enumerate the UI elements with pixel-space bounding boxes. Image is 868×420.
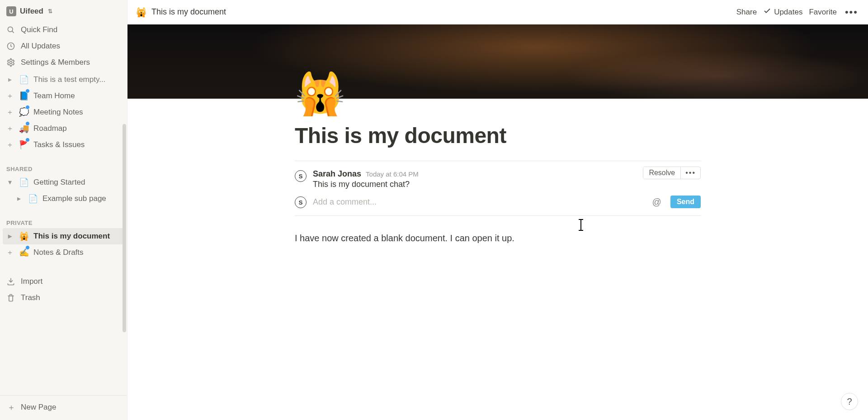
add-page-icon[interactable]: ＋ [5, 138, 14, 151]
nav-import[interactable]: Import [3, 273, 124, 290]
breadcrumb[interactable]: 🙀 This is my document [136, 7, 226, 18]
page-label: This is a test empty... [33, 73, 121, 86]
more-button[interactable]: ••• [843, 6, 860, 18]
chevron-down-icon[interactable]: ▾ [5, 176, 14, 189]
svg-point-0 [8, 27, 13, 32]
chevron-right-icon[interactable]: ▸ [5, 73, 14, 86]
resolve-button[interactable]: Resolve [643, 167, 680, 179]
main: 🙀 This is my document Share Updates Favo… [127, 0, 868, 420]
page-icon: 📄 [19, 176, 29, 189]
chevron-updown-icon: ⇅ [48, 8, 52, 14]
add-page-icon[interactable]: ＋ [5, 90, 14, 102]
page-label: Roadmap [33, 122, 121, 135]
comment-thread: Resolve ••• S Sarah Jonas Today at 6:04 … [295, 161, 701, 216]
page-icon: 🚩 [19, 138, 29, 151]
nav-all-updates[interactable]: All Updates [3, 38, 124, 54]
nav-new-page[interactable]: ＋ New Page [3, 399, 124, 415]
import-icon [6, 277, 16, 286]
svg-line-1 [12, 31, 14, 33]
nav-new-page-label: New Page [21, 401, 56, 414]
comment-time: Today at 6:04 PM [366, 170, 419, 178]
page-item-example-sub-page[interactable]: ▸ 📄 Example sub page [3, 191, 124, 207]
avatar: S [295, 170, 307, 182]
favorite-label: Favorite [809, 8, 836, 17]
page-label: Tasks & Issues [33, 138, 121, 151]
page-icon: ✍️ [19, 246, 29, 259]
page-icon: 📄 [28, 192, 38, 205]
page-item-roadmap[interactable]: ＋ 🚚 Roadmap [3, 120, 124, 137]
text-caret-icon [580, 219, 581, 231]
send-button[interactable]: Send [670, 196, 701, 208]
gear-icon [6, 58, 16, 67]
page-cover[interactable] [127, 24, 868, 99]
section-shared-label: SHARED [0, 158, 127, 174]
nav-settings-members[interactable]: Settings & Members [3, 54, 124, 71]
plus-icon: ＋ [6, 401, 16, 414]
sidebar: U Uifeed ⇅ Quick Find All Updates [0, 0, 127, 420]
add-page-icon[interactable]: ＋ [5, 106, 14, 119]
chevron-right-icon[interactable]: ▸ [14, 192, 24, 205]
breadcrumb-title: This is my document [151, 7, 226, 17]
comment-input[interactable] [313, 197, 643, 207]
page-item-team-home[interactable]: ＋ 📘 Team Home [3, 88, 124, 104]
svg-point-3 [9, 61, 12, 63]
clock-icon [6, 42, 16, 51]
page-item-test-empty[interactable]: ▸ 📄 This is a test empty... [3, 72, 124, 88]
document-body[interactable]: I have now created a blank document. I c… [295, 231, 701, 245]
page-icon: 📄 [19, 73, 29, 86]
page-item-getting-started[interactable]: ▾ 📄 Getting Started [3, 174, 124, 191]
workspace-switcher[interactable]: U Uifeed ⇅ [0, 0, 127, 20]
mention-button[interactable]: @ [650, 197, 664, 207]
add-page-icon[interactable]: ＋ [5, 122, 14, 135]
comment-input-row: S @ Send [295, 196, 701, 208]
favorite-button[interactable]: Favorite [809, 8, 836, 17]
section-private-label: PRIVATE [0, 211, 127, 228]
topbar: 🙀 This is my document Share Updates Favo… [127, 0, 868, 24]
add-page-icon[interactable]: ＋ [5, 246, 14, 259]
nav-trash[interactable]: Trash [3, 290, 124, 306]
comment-actions: Resolve ••• [643, 167, 701, 179]
page-icon: 💭 [19, 106, 29, 119]
page-label: Notes & Drafts [33, 246, 121, 259]
nav-quick-find-label: Quick Find [21, 24, 57, 36]
page-label: Meeting Notes [33, 106, 121, 119]
updates-button[interactable]: Updates [763, 7, 802, 17]
comment-text: This is my document chat? [313, 180, 419, 189]
avatar: S [295, 196, 307, 208]
workspace-name: Uifeed [20, 7, 43, 16]
nav-settings-label: Settings & Members [21, 56, 90, 69]
page-label: Getting Started [33, 176, 121, 189]
page-item-notes-drafts[interactable]: ＋ ✍️ Notes & Drafts [3, 244, 124, 261]
page-icon: 📘 [19, 90, 29, 102]
nav-all-updates-label: All Updates [21, 40, 60, 52]
page-title[interactable]: This is my document [295, 123, 701, 148]
page-item-tasks-issues[interactable]: ＋ 🚩 Tasks & Issues [3, 137, 124, 153]
updates-label: Updates [774, 8, 802, 17]
page-label: Team Home [33, 90, 121, 102]
page-emoji[interactable]: 🙀 [295, 73, 344, 114]
sidebar-scrollbar[interactable] [123, 124, 126, 332]
nav-quick-find[interactable]: Quick Find [3, 22, 124, 38]
share-button[interactable]: Share [736, 8, 757, 17]
check-icon [763, 7, 771, 17]
nav-trash-label: Trash [21, 291, 40, 304]
workspace-avatar: U [6, 6, 16, 16]
page-item-meeting-notes[interactable]: ＋ 💭 Meeting Notes [3, 104, 124, 120]
paragraph[interactable]: I have now created a blank document. I c… [295, 231, 701, 245]
page-label: Example sub page [42, 192, 121, 205]
page-item-this-is-my-document[interactable]: ▸ 🙀 This is my document [3, 228, 124, 244]
page-label: This is my document [33, 230, 121, 243]
help-button[interactable]: ? [841, 393, 858, 410]
comment-row: S Sarah Jonas Today at 6:04 PM This is m… [295, 169, 701, 189]
comment-more-button[interactable]: ••• [681, 167, 700, 179]
comment-author: Sarah Jonas [313, 169, 361, 179]
breadcrumb-emoji: 🙀 [136, 7, 147, 18]
trash-icon [6, 293, 16, 302]
search-icon [6, 25, 16, 34]
page-icon: 🚚 [19, 122, 29, 135]
page-icon: 🙀 [19, 230, 29, 243]
nav-import-label: Import [21, 275, 42, 288]
chevron-right-icon[interactable]: ▸ [5, 230, 14, 243]
share-label: Share [736, 8, 757, 17]
